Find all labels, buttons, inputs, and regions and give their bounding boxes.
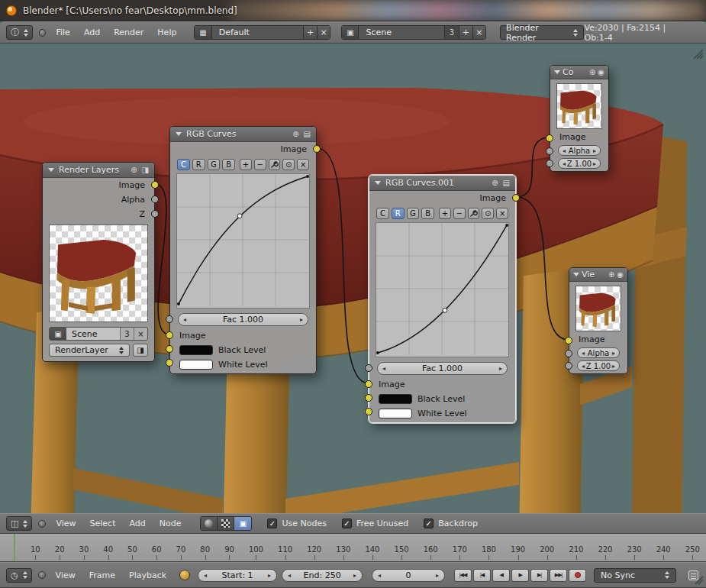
editor-type-button[interactable]: ◷: [6, 568, 32, 583]
scene-name[interactable]: Scene: [66, 328, 120, 340]
curve-widget[interactable]: [176, 173, 310, 309]
slider-right-arrow-icon[interactable]: ▸: [300, 316, 303, 323]
clipping-icon[interactable]: ⊙: [282, 159, 295, 170]
menu-view[interactable]: View: [56, 519, 76, 528]
add-scene-button[interactable]: +: [459, 26, 472, 39]
channel-r-button[interactable]: R: [192, 159, 205, 170]
render-layer-dropdown[interactable]: RenderLayer: [49, 344, 130, 357]
current-frame-field[interactable]: ◂ 0 ▸: [372, 569, 445, 582]
black-level-swatch[interactable]: [379, 394, 412, 404]
collapse-menus-icon[interactable]: [38, 520, 46, 528]
z-slider[interactable]: ◂ Z 1.00 ▸: [577, 360, 620, 371]
menu-add[interactable]: Add: [84, 27, 100, 37]
area-resize-grip[interactable]: [689, 45, 704, 60]
menu-add[interactable]: Add: [129, 519, 145, 528]
node-viewer[interactable]: Vie ⊕ ◉ Image ◂ Alpha ▸: [569, 267, 628, 374]
render-engine-dropdown[interactable]: Blender Render: [500, 25, 584, 40]
socket-input-image[interactable]: [546, 134, 553, 142]
socket-input-z[interactable]: [565, 362, 572, 370]
sphere-icon[interactable]: ◉: [617, 271, 624, 279]
channel-b-button[interactable]: B: [421, 208, 434, 219]
use-nodes-checkbox[interactable]: ✓ Use Nodes: [267, 519, 327, 528]
node-header[interactable]: Vie ⊕ ◉: [569, 268, 627, 282]
clipping-icon[interactable]: ⊙: [482, 208, 494, 219]
next-keyframe-button[interactable]: ▶|: [530, 569, 548, 582]
zoom-out-button[interactable]: −: [254, 159, 266, 170]
channel-b-button[interactable]: B: [222, 159, 235, 170]
socket-input-image[interactable]: [565, 337, 572, 344]
slider-right-arrow-icon[interactable]: ▸: [436, 572, 439, 579]
socket-input-white-level[interactable]: [166, 359, 173, 367]
delete-scene-button[interactable]: ×: [472, 26, 485, 39]
scene-name-field[interactable]: Scene: [359, 26, 443, 39]
menu-node[interactable]: Node: [160, 519, 182, 528]
white-level-swatch[interactable]: [179, 360, 213, 370]
node-header[interactable]: Co ⊕ ◉: [550, 66, 608, 79]
collapse-icon[interactable]: [554, 70, 560, 74]
editor-type-button[interactable]: ◫: [6, 516, 32, 531]
slider-right-arrow-icon[interactable]: ▸: [499, 365, 502, 372]
socket-output-z[interactable]: [151, 210, 159, 218]
node-editor-viewport[interactable]: Render Layers ⊕ ◨ Image Alpha Z: [0, 44, 706, 513]
delete-curve-icon[interactable]: ×: [297, 159, 309, 170]
socket-input-image[interactable]: [166, 331, 173, 339]
collapse-icon[interactable]: [48, 168, 54, 172]
previous-keyframe-button[interactable]: |◀: [473, 569, 491, 582]
collapse-icon[interactable]: [573, 273, 579, 276]
slider-left-arrow-icon[interactable]: ◂: [204, 572, 207, 579]
node-header[interactable]: RGB Curves.001 ⊕ ▤: [369, 176, 515, 191]
slider-left-arrow-icon[interactable]: ◂: [288, 572, 291, 579]
delete-screen-button[interactable]: ×: [317, 26, 330, 39]
menu-frame[interactable]: Frame: [89, 570, 115, 580]
texture-nodes-button[interactable]: [218, 517, 234, 530]
scene-users-badge[interactable]: 3: [120, 328, 134, 340]
socket-input-fac[interactable]: [365, 364, 372, 372]
sphere-icon[interactable]: ◉: [598, 69, 604, 76]
socket-output-image[interactable]: [512, 194, 520, 202]
z-slider[interactable]: ◂ Z 1.00 ▸: [558, 158, 601, 169]
editor-type-button[interactable]: ⓘ: [6, 25, 33, 40]
slider-right-arrow-icon[interactable]: ▸: [268, 572, 271, 579]
jump-to-end-button[interactable]: ▶▶|: [550, 569, 567, 582]
collapse-icon[interactable]: [176, 132, 182, 136]
node-composite[interactable]: Co ⊕ ◉ Image ◂ Alpha ▸: [550, 65, 609, 172]
channel-g-button[interactable]: G: [407, 208, 420, 219]
time-icon[interactable]: [179, 570, 190, 580]
current-frame-playhead[interactable]: [14, 534, 15, 561]
backdrop-checkbox[interactable]: ✓ Backdrop: [424, 519, 478, 528]
add-screen-button[interactable]: +: [303, 26, 317, 39]
channel-g-button[interactable]: G: [208, 159, 221, 170]
channel-r-button[interactable]: R: [392, 208, 405, 219]
material-nodes-button[interactable]: [201, 517, 218, 530]
slider-right-arrow-icon[interactable]: ▸: [353, 572, 356, 579]
slider-left-arrow-icon[interactable]: ◂: [378, 572, 381, 579]
black-level-swatch[interactable]: [179, 345, 213, 355]
screen-layout-icon[interactable]: ▦: [195, 26, 211, 39]
titlebar[interactable]: Blender* [C:\Users\no fear\Desktop\mm.bl…: [0, 0, 706, 21]
white-level-swatch[interactable]: [379, 409, 412, 418]
scene-users-badge[interactable]: 3: [444, 26, 459, 39]
menu-help[interactable]: Help: [157, 27, 176, 37]
channel-c-button[interactable]: C: [177, 159, 190, 170]
scene-icon[interactable]: ▣: [342, 26, 359, 39]
curve-point[interactable]: [443, 308, 447, 312]
delete-curve-icon[interactable]: ×: [496, 208, 508, 219]
render-layer-image-icon[interactable]: ◨: [133, 344, 148, 357]
node-rgb-curves-001[interactable]: RGB Curves.001 ⊕ ▤ Image C R G B + − ⊙ ×: [369, 175, 516, 423]
curve-point[interactable]: [237, 214, 242, 218]
plus-circle-icon[interactable]: ⊕: [492, 179, 498, 187]
socket-input-fac[interactable]: [166, 315, 173, 323]
socket-output-image[interactable]: [151, 181, 159, 189]
menu-render[interactable]: Render: [114, 27, 143, 37]
jump-to-start-button[interactable]: |◀◀: [454, 569, 472, 582]
timeline-ruler[interactable]: 1020304050607080901001101201301401501601…: [0, 534, 706, 562]
layers-icon[interactable]: ▤: [503, 179, 510, 187]
socket-input-z[interactable]: [546, 160, 553, 167]
plus-circle-icon[interactable]: ⊕: [292, 131, 298, 138]
play-button[interactable]: ▶: [511, 569, 529, 582]
node-header[interactable]: RGB Curves ⊕ ▤: [170, 127, 316, 142]
socket-input-white-level[interactable]: [365, 408, 372, 415]
unlink-scene-icon[interactable]: ×: [134, 328, 147, 340]
wrench-icon[interactable]: [468, 208, 480, 219]
plus-circle-icon[interactable]: ⊕: [589, 69, 595, 76]
